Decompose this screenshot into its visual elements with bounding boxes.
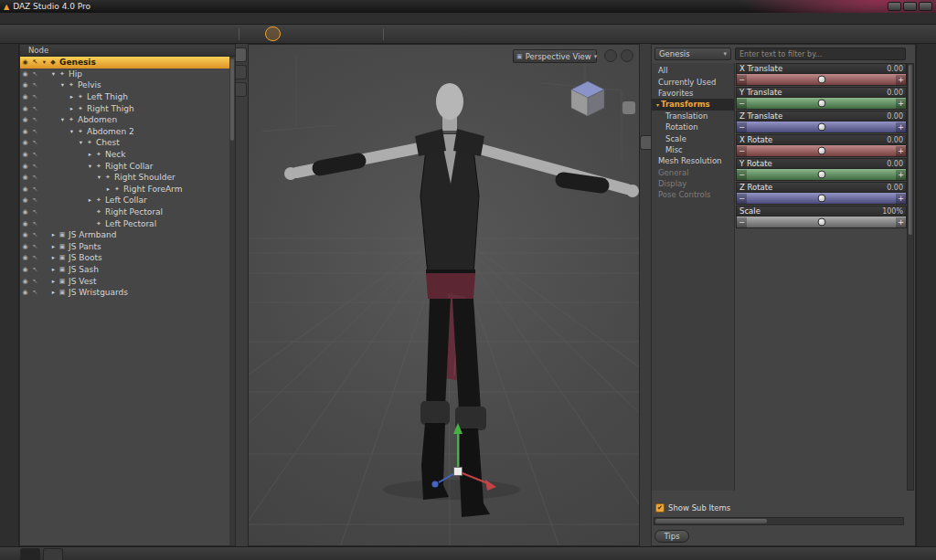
dock-tab[interactable] (640, 135, 651, 150)
selectability-icon[interactable]: ↖ (30, 243, 40, 250)
spot-render-icon[interactable] (390, 26, 406, 41)
slider-decrement[interactable]: − (737, 99, 747, 109)
selectability-icon[interactable]: ↖ (30, 151, 40, 158)
slider-increment[interactable]: + (896, 146, 906, 156)
viewport-3d[interactable]: ▣ Perspective View ▾ (248, 44, 640, 546)
spot-light-icon[interactable] (121, 26, 136, 41)
visibility-eye-icon[interactable]: ◉ (20, 185, 30, 193)
parameter-value[interactable]: 0.00 (887, 160, 903, 168)
parameter-category[interactable]: ▾ Transforms (652, 99, 734, 110)
expand-toggle-icon[interactable]: ▸ (49, 231, 58, 238)
visibility-eye-icon[interactable]: ◉ (20, 278, 30, 285)
import-icon[interactable] (3, 112, 16, 126)
visibility-eye-icon[interactable]: ◉ (20, 266, 30, 273)
parameter-category[interactable]: Favorites (652, 88, 734, 99)
slider-track[interactable]: − + (736, 193, 907, 205)
selectability-icon[interactable]: ↖ (30, 116, 40, 123)
visibility-eye-icon[interactable]: ◉ (20, 243, 30, 250)
view-cube[interactable] (568, 78, 608, 120)
expand-toggle-icon[interactable]: ▸ (49, 243, 58, 250)
expand-toggle-icon[interactable]: ▸ (49, 278, 58, 285)
visibility-eye-icon[interactable]: ◉ (20, 70, 30, 78)
slider-track[interactable]: − + (736, 98, 907, 110)
visibility-eye-icon[interactable]: ◉ (20, 128, 30, 135)
dock-tab[interactable] (236, 82, 247, 97)
bottom-tab[interactable] (43, 548, 63, 560)
selectability-icon[interactable]: ↖ (30, 174, 40, 181)
parameter-category[interactable]: Scale (652, 132, 734, 143)
slider-decrement[interactable]: − (737, 146, 747, 156)
selectability-icon[interactable]: ↖ (30, 163, 40, 170)
dock-tab[interactable] (236, 48, 247, 62)
surface-selection-tool-icon[interactable] (361, 26, 377, 41)
point-light-icon[interactable] (140, 26, 155, 41)
slider-handle[interactable] (817, 147, 825, 155)
expand-toggle-icon[interactable]: ▾ (68, 128, 76, 135)
scene-node-row[interactable]: ◉ ↖ ▾ ✦ Pelvis (20, 79, 229, 91)
surfaces-icon[interactable] (920, 112, 933, 126)
visibility-eye-icon[interactable]: ◉ (20, 105, 30, 112)
slider-increment[interactable]: + (896, 194, 906, 204)
distant-light-icon[interactable] (101, 26, 117, 41)
selectability-icon[interactable]: ↖ (30, 208, 40, 216)
tool-settings-icon[interactable] (920, 217, 933, 231)
visibility-eye-icon[interactable]: ◉ (20, 58, 30, 66)
parameter-value[interactable]: 0.00 (887, 112, 903, 121)
scene-node-row[interactable]: ◉ ↖ ▸ ▣ JS Pants (20, 241, 229, 253)
group-create-icon[interactable] (63, 26, 79, 41)
view-frame-icon[interactable] (622, 134, 635, 147)
scrollbar-thumb[interactable] (230, 58, 234, 141)
slider-track[interactable]: − + (736, 74, 907, 86)
translate-tool-icon[interactable] (303, 26, 319, 41)
slider-decrement[interactable]: − (737, 194, 747, 204)
scene-node-row[interactable]: ◉ ↖ ▾ ✦ Abdomen 2 (20, 126, 229, 138)
scene-node-row[interactable]: ◉ ↖ ▾ ◆ Genesis (20, 57, 229, 69)
scene-node-row[interactable]: ◉ ↖ ▾ ✦ Abdomen (20, 114, 229, 126)
tips-button[interactable]: Tips (654, 530, 689, 543)
viewport-menu-icon[interactable] (621, 49, 633, 62)
null-create-icon[interactable] (44, 26, 59, 41)
view-dolly-icon[interactable] (622, 118, 635, 131)
scene-node-row[interactable]: ◉ ↖ ▸ ▣ JS Armband (20, 229, 229, 241)
scene-node-row[interactable]: ◉ ↖ ▾ ✦ Chest (20, 137, 229, 149)
selectability-icon[interactable]: ↖ (30, 185, 40, 193)
scene-node-row[interactable]: ◉ ↖ ▸ ✦ Left Thigh (20, 91, 229, 103)
visibility-eye-icon[interactable]: ◉ (20, 163, 30, 170)
view-selector[interactable]: ▣ Perspective View ▾ (513, 49, 597, 63)
redo-icon[interactable] (3, 175, 16, 189)
scene-node-row[interactable]: ◉ ↖ ▸ ✦ Neck (20, 149, 229, 161)
visibility-eye-icon[interactable]: ◉ (20, 220, 30, 227)
scrollbar-thumb[interactable] (655, 519, 767, 523)
home-icon[interactable] (3, 49, 16, 63)
parameter-category[interactable]: Translation (652, 111, 734, 122)
slider-increment[interactable]: + (896, 99, 906, 109)
visibility-eye-icon[interactable]: ◉ (20, 289, 30, 296)
visibility-eye-icon[interactable]: ◉ (20, 116, 30, 123)
selectability-icon[interactable]: ↖ (30, 254, 40, 261)
parameter-category[interactable]: General (652, 167, 734, 178)
view-reset-icon[interactable] (622, 151, 635, 164)
selectability-icon[interactable]: ↖ (30, 105, 40, 112)
selectability-icon[interactable]: ↖ (30, 266, 40, 273)
vertical-scrollbar[interactable] (907, 63, 914, 491)
parameter-value[interactable]: 0.00 (887, 136, 903, 144)
bottom-tab[interactable] (20, 548, 40, 560)
visibility-eye-icon[interactable]: ◉ (20, 254, 30, 261)
scene-node-row[interactable]: ◉ ↖ ▾ ✦ Hip (20, 69, 229, 80)
node-selection-tool-icon[interactable] (246, 26, 261, 41)
parameter-category[interactable]: Display (652, 178, 734, 189)
parameter-value[interactable]: 0.00 (887, 184, 903, 192)
visibility-eye-icon[interactable]: ◉ (20, 196, 30, 204)
scene-node-row[interactable]: ◉ ↖ ▸ ✦ Left Collar (20, 195, 229, 206)
expand-toggle-icon[interactable]: ▸ (49, 266, 58, 273)
expand-toggle-icon[interactable]: ▸ (86, 151, 94, 158)
slider-decrement[interactable]: − (737, 170, 747, 180)
slider-handle[interactable] (817, 171, 825, 179)
slider-handle[interactable] (817, 76, 825, 84)
expand-toggle-icon[interactable]: ▸ (104, 185, 112, 193)
parameter-category[interactable]: Rotation (652, 122, 734, 132)
expand-toggle-icon[interactable]: ▾ (86, 163, 94, 170)
slider-track[interactable]: − + (736, 217, 907, 228)
draw-style-icon[interactable] (604, 49, 617, 62)
figure-create-icon[interactable] (217, 26, 232, 41)
